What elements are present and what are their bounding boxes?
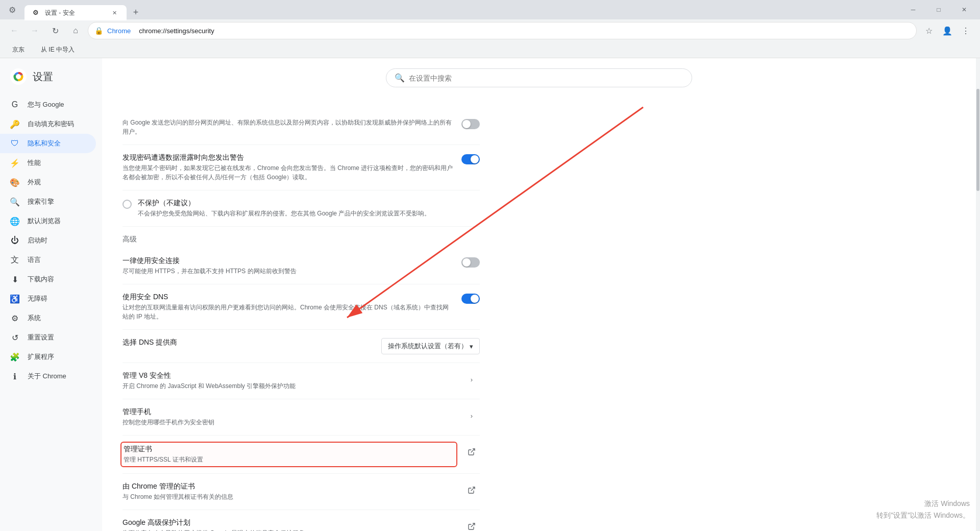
settings-search-bar[interactable]: 🔍 — [386, 68, 692, 87]
active-tab[interactable]: ⚙ 设置 - 安全 ✕ — [24, 5, 127, 20]
bookmark-ie-import[interactable]: 从 IE 中导入 — [37, 43, 79, 56]
setting-title-chrome-certs: 由 Chrome 管理的证书 — [122, 482, 455, 491]
manage-certs-highlight-box: 管理证书 管理 HTTPS/SSL 证书和设置 — [120, 442, 457, 467]
manage-phone-arrow-icon[interactable]: › — [463, 407, 480, 424]
tab-title: 设置 - 安全 — [45, 9, 106, 17]
svg-line-5 — [471, 523, 475, 527]
bookmarks-bar: 京东 从 IE 中导入 — [0, 42, 980, 58]
sidebar-item-autofill[interactable]: 🔑 自动填充和密码 — [0, 114, 96, 134]
sidebar-item-language[interactable]: 文 语言 — [0, 250, 96, 270]
setting-info-password-leak: 发现密码遭遇数据泄露时向您发出警告 当您使用某个密码时，如果发现它已被在线发布，… — [122, 153, 461, 182]
sidebar-item-appearance[interactable]: 🎨 外观 — [0, 173, 96, 192]
setting-desc-no-protection: 不会保护您免受危险网站、下载内容和扩展程序的侵害。您在其他 Google 产品中… — [138, 209, 472, 218]
tab-close-button[interactable]: ✕ — [110, 9, 118, 17]
sidebar-label-google: 您与 Google — [28, 100, 64, 109]
toggle-google-report[interactable] — [461, 119, 480, 129]
toggle-always-https[interactable] — [461, 257, 480, 268]
setting-row-manage-certs[interactable]: 管理证书 管理 HTTPS/SSL 证书和设置 — [122, 436, 480, 474]
address-bar[interactable]: 🔒 Chrome chrome://settings/security — [88, 22, 917, 39]
setting-title-secure-dns: 使用安全 DNS — [122, 293, 453, 302]
maximize-button[interactable]: □ — [927, 2, 950, 18]
svg-point-2 — [16, 74, 21, 79]
setting-info-always-https: 一律使用安全连接 尽可能使用 HTTPS，并在加载不支持 HTTPS 的网站前收… — [122, 256, 461, 276]
setting-info-google-advanced: Google 高级保护计划 为面临定向攻击风险的用户提供 Google 最强大的… — [122, 518, 463, 531]
sidebar-label-extensions: 扩展程序 — [28, 352, 54, 361]
radio-no-protection[interactable] — [122, 200, 132, 209]
sidebar-item-performance[interactable]: ⚡ 性能 — [0, 153, 96, 173]
home-button[interactable]: ⌂ — [67, 22, 84, 39]
setting-title-dns-provider: 选择 DNS 提供商 — [122, 338, 373, 347]
reset-icon: ↺ — [10, 333, 19, 342]
profile-button[interactable]: 👤 — [939, 22, 955, 39]
setting-title-always-https: 一律使用安全连接 — [122, 256, 453, 266]
setting-info-no-protection: 不保护（不建议） 不会保护您免受危险网站、下载内容和扩展程序的侵害。您在其他 G… — [138, 199, 480, 218]
setting-desc-password-leak: 当您使用某个密码时，如果发现它已被在线发布，Chrome 会向您发出警告。当 C… — [122, 163, 453, 182]
toggle-secure-dns[interactable] — [461, 294, 480, 304]
setting-row-secure-dns: 使用安全 DNS 让对您的互联网流量最有访问权限的用户更难看到您访问的网站。Ch… — [122, 284, 480, 330]
bookmark-button[interactable]: ☆ — [921, 22, 937, 39]
sidebar-label-about: 关于 Chrome — [28, 372, 66, 381]
sidebar-item-privacy[interactable]: 🛡 隐私和安全 — [0, 134, 96, 153]
back-button[interactable]: ← — [6, 22, 22, 39]
chrome-logo-icon — [10, 68, 27, 85]
sidebar-label-accessibility: 无障碍 — [28, 294, 47, 303]
setting-row-dns-provider: 选择 DNS 提供商 操作系统默认设置（若有） ▾ — [122, 330, 480, 363]
forward-button[interactable]: → — [27, 22, 43, 39]
google-advanced-external-link-icon[interactable] — [463, 518, 480, 531]
sidebar-item-extensions[interactable]: 🧩 扩展程序 — [0, 347, 96, 367]
setting-row-manage-phone[interactable]: 管理手机 控制您使用哪些手机作为安全密钥 › — [122, 399, 480, 436]
setting-row-v8-security[interactable]: 管理 V8 安全性 开启 Chrome 的 JavaScript 和 WebAs… — [122, 363, 480, 399]
manage-certs-external-link-icon[interactable] — [463, 444, 480, 460]
svg-line-3 — [471, 449, 475, 452]
sidebar-label-system: 系统 — [28, 313, 41, 323]
scrollbar[interactable] — [976, 58, 980, 531]
refresh-button[interactable]: ↻ — [47, 22, 63, 39]
sidebar-item-default-browser[interactable]: 🌐 默认浏览器 — [0, 211, 96, 231]
sidebar-item-accessibility[interactable]: ♿ 无障碍 — [0, 289, 96, 308]
sidebar-item-download[interactable]: ⬇ 下载内容 — [0, 270, 96, 289]
setting-desc-manage-phone: 控制您使用哪些手机作为安全密钥 — [122, 418, 455, 427]
bookmark-jd[interactable]: 京东 — [8, 43, 29, 56]
address-brand: Chrome — [107, 27, 131, 35]
sidebar-item-reset[interactable]: ↺ 重置设置 — [0, 328, 96, 347]
sidebar-item-google[interactable]: G 您与 Google — [0, 95, 96, 114]
menu-button[interactable]: ⋮ — [958, 22, 974, 39]
sidebar-item-startup[interactable]: ⏻ 启动时 — [0, 231, 96, 250]
sidebar-logo: 设置 — [0, 62, 102, 91]
watermark-line1: 激活 Windows — [876, 498, 970, 509]
sidebar-label-privacy: 隐私和安全 — [28, 139, 61, 148]
dns-provider-dropdown[interactable]: 操作系统默认设置（若有） ▾ — [381, 338, 480, 354]
security-icon: 🔒 — [94, 27, 103, 35]
toolbar: ← → ↻ ⌂ 🔒 Chrome chrome://settings/secur… — [0, 19, 980, 42]
download-icon: ⬇ — [10, 275, 19, 284]
minimize-button[interactable]: ─ — [901, 2, 925, 18]
setting-desc-manage-certs: 管理 HTTPS/SSL 证书和设置 — [124, 455, 454, 464]
tab-bar: ⚙ 设置 - 安全 ✕ + — [24, 0, 901, 19]
scrollbar-thumb[interactable] — [976, 89, 979, 191]
settings-icon[interactable]: ⚙ — [4, 2, 20, 18]
about-icon: ℹ — [10, 372, 19, 381]
accessibility-icon: ♿ — [10, 294, 19, 303]
v8-security-arrow-icon[interactable]: › — [463, 371, 480, 388]
sidebar-item-system[interactable]: ⚙ 系统 — [0, 308, 96, 328]
setting-info-manage-certs: 管理证书 管理 HTTPS/SSL 证书和设置 — [122, 444, 463, 465]
main-content: 🔍 向 Google 发送您访问的部分网页的网址、有限的系统信息以及部分网页内容… — [102, 58, 976, 531]
tab-favicon: ⚙ — [33, 9, 41, 17]
setting-title-password-leak: 发现密码遭遇数据泄露时向您发出警告 — [122, 153, 453, 162]
new-tab-button[interactable]: + — [129, 5, 143, 19]
sidebar-item-about[interactable]: ℹ 关于 Chrome — [0, 367, 96, 386]
chrome-certs-external-link-icon[interactable] — [463, 482, 480, 498]
setting-row-chrome-certs[interactable]: 由 Chrome 管理的证书 与 Chrome 如何管理其根证书有关的信息 — [122, 474, 480, 510]
close-button[interactable]: ✕ — [952, 2, 976, 18]
setting-row-password-leak: 发现密码遭遇数据泄露时向您发出警告 当您使用某个密码时，如果发现它已被在线发布，… — [122, 145, 480, 190]
toggle-password-leak[interactable] — [461, 154, 480, 164]
setting-title-manage-certs: 管理证书 — [124, 445, 454, 454]
sidebar-label-appearance: 外观 — [28, 178, 41, 187]
setting-row-google-advanced[interactable]: Google 高级保护计划 为面临定向攻击风险的用户提供 Google 最强大的… — [122, 510, 480, 531]
bookmark-jd-label: 京东 — [12, 45, 24, 54]
settings-search-input[interactable] — [409, 74, 683, 82]
setting-row-always-https: 一律使用安全连接 尽可能使用 HTTPS，并在加载不支持 HTTPS 的网站前收… — [122, 248, 480, 284]
chevron-down-icon: ▾ — [470, 343, 473, 350]
sidebar-item-search[interactable]: 🔍 搜索引擎 — [0, 192, 96, 211]
setting-info-manage-phone: 管理手机 控制您使用哪些手机作为安全密钥 — [122, 407, 463, 427]
